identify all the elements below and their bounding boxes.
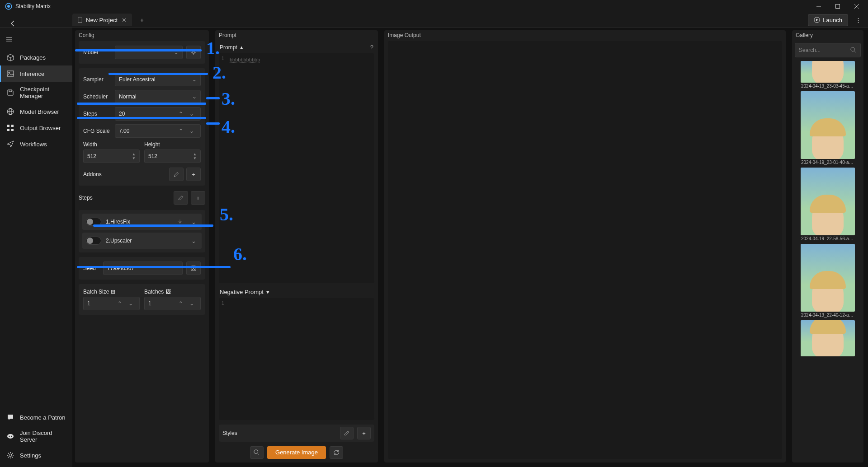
gallery-caption: 2024-04-19_23-01-40-aut... [801,160,854,165]
sidebar-item-label: Workflows [20,141,47,148]
sidebar-item-patron[interactable]: Become a Patron [0,409,72,425]
svg-rect-16 [11,125,14,127]
svg-rect-3 [836,5,840,9]
sidebar-item-label: Become a Patron [20,414,65,421]
steps-add-button[interactable]: + [191,191,205,205]
batchsize-down-button[interactable]: ⌄ [126,297,136,310]
close-button[interactable] [847,0,866,13]
steps-label: Steps [83,111,111,117]
batch-size-input[interactable]: 1 ⌃⌄ [83,297,140,310]
chat-icon [6,413,14,421]
sidebar-item-inference[interactable]: Inference [0,65,72,82]
styles-edit-button[interactable] [340,427,354,439]
cfg-up-button[interactable]: ⌃ [176,125,186,137]
gallery-caption: 2024-04-19_22-40-12-aut... [801,313,854,318]
height-input[interactable]: 512 ▲▼ [144,149,201,163]
negative-prompt-textarea[interactable]: 1 [219,298,374,420]
zoom-button[interactable] [250,446,264,459]
addons-add-button[interactable]: + [186,168,201,181]
model-dropdown[interactable]: ⌄ [115,46,183,59]
sampler-dropdown[interactable]: Euler Ancestral ⌄ [115,73,201,86]
svg-rect-18 [11,129,14,131]
gallery-search-input[interactable]: Search... [795,43,861,57]
batchsize-up-button[interactable]: ⌃ [115,297,125,310]
sidebar-item-label: Packages [20,54,46,61]
project-tab[interactable]: New Project ✕ [72,14,132,26]
generate-button[interactable]: Generate Image [267,446,326,459]
sidebar-item-checkpoint[interactable]: Checkpoint Manager [0,82,72,103]
globe-icon [6,107,14,116]
sidebar-item-workflows[interactable]: Workflows [0,136,72,152]
hiresfix-expand-button[interactable]: ⌄ [189,217,198,226]
minimize-button[interactable] [809,0,828,13]
sidebar-item-packages[interactable]: Packages [0,49,72,65]
seed-input[interactable]: 779940367 [103,262,183,275]
search-icon [254,449,260,456]
hiresfix-row[interactable]: 1.HiresFix ⌄ [82,214,202,230]
cfg-down-button[interactable]: ⌄ [187,125,197,137]
sidebar-item-discord[interactable]: Join Discord Server [0,425,72,447]
steps-input[interactable]: 20 ⌃⌄ [115,107,201,121]
hiresfix-toggle[interactable] [86,218,101,226]
back-button[interactable] [6,17,19,30]
gallery-item[interactable]: 2024-04-19_23-03-45-aut... [795,61,861,89]
scheduler-dropdown[interactable]: Normal ⌄ [115,90,201,103]
steps-up-button[interactable]: ⌃ [176,107,186,120]
styles-add-button[interactable]: + [357,427,371,439]
chevron-down-icon: ⌄ [174,49,179,56]
svg-point-33 [851,47,855,51]
prompt-title: Prompt [220,44,237,51]
gallery-thumbnail [801,320,855,356]
upscaler-expand-button[interactable]: ⌄ [189,236,198,245]
tab-close-button[interactable]: ✕ [120,16,127,23]
sidebar-item-label: Settings [20,452,41,459]
image-icon [6,70,14,78]
send-icon [6,140,14,148]
gallery-header: Gallery [792,30,863,41]
hamburger-button[interactable] [0,31,18,47]
batches-input[interactable]: 1 ⌃⌄ [144,297,201,310]
maximize-button[interactable] [828,0,847,13]
steps-edit-button[interactable] [174,191,188,205]
upscaler-row[interactable]: 2.Upscaler ⌄ [82,233,202,249]
close-icon [854,4,859,9]
gallery-item[interactable]: 2024-04-19_22-40-12-aut... [795,244,861,318]
prompt-help-button[interactable]: ? [370,44,373,51]
prompt-text: bbbbbbbbbbb [230,57,260,63]
steps-down-button[interactable]: ⌄ [187,107,197,120]
hiresfix-settings-button[interactable] [175,217,184,226]
prompt-textarea[interactable]: 1 bbbbbbbbbbb [219,53,374,283]
width-input[interactable]: 512 ▲▼ [83,149,140,163]
model-settings-button[interactable] [186,46,201,59]
gallery-item[interactable]: 2024-04-19_23-01-40-aut... [795,91,861,165]
batches-down-button[interactable]: ⌄ [187,297,197,310]
addons-edit-button[interactable] [169,168,184,181]
svg-rect-17 [7,129,9,131]
scheduler-label: Scheduler [83,93,111,100]
sidebar-item-settings[interactable]: Settings [0,447,72,463]
caret-up-icon[interactable]: ▴ [240,44,243,51]
more-button[interactable]: ⋮ [852,14,864,26]
batches-up-button[interactable]: ⌃ [176,297,186,310]
upscaler-toggle[interactable] [86,237,101,245]
prompt-header: Prompt [215,30,378,41]
gallery-item[interactable]: 2024-04-19_22-58-56-aut... [795,168,861,241]
app-logo-icon [5,2,13,10]
launch-button[interactable]: Launch [808,14,848,26]
sidebar-item-output-browser[interactable]: Output Browser [0,120,72,136]
svg-point-22 [9,454,12,457]
seed-random-button[interactable] [186,262,201,275]
caret-down-icon[interactable]: ▾ [266,289,269,295]
chevron-down-icon: ⌄ [192,76,197,83]
svg-rect-10 [7,71,14,76]
new-tab-button[interactable]: + [136,14,148,26]
gallery-thumbnail [801,61,855,83]
cfg-input[interactable]: 7.00 ⌃⌄ [115,124,201,138]
maximize-icon [835,4,840,9]
sidebar-item-model-browser[interactable]: Model Browser [0,103,72,120]
sampler-label: Sampler [83,76,111,83]
gallery-item[interactable] [795,320,861,356]
gallery-caption: 2024-04-19_23-03-45-aut... [801,84,854,89]
refresh-button[interactable] [330,446,343,459]
refresh-icon [333,449,340,456]
